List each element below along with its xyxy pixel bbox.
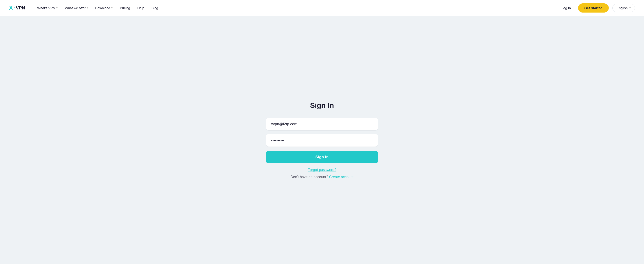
nav-label-blog: Blog bbox=[152, 6, 158, 10]
logo-x: X bbox=[9, 4, 12, 11]
nav-item-help[interactable]: Help bbox=[134, 4, 148, 12]
nav-label-help: Help bbox=[137, 6, 144, 10]
email-input[interactable] bbox=[266, 118, 378, 131]
chevron-down-icon: ▾ bbox=[86, 6, 88, 9]
chevron-down-icon: ▾ bbox=[56, 6, 58, 9]
nav-label-download: Download bbox=[95, 6, 110, 10]
navigation: X·VPN What's VPN ▾ What we offer ▾ Downl… bbox=[0, 0, 644, 16]
chevron-down-icon: ▾ bbox=[630, 6, 631, 9]
nav-actions: Log In Get Started English ▾ bbox=[558, 3, 635, 12]
nav-item-what-we-offer[interactable]: What we offer ▾ bbox=[62, 4, 91, 12]
nav-item-download[interactable]: Download ▾ bbox=[92, 4, 116, 12]
signin-button[interactable]: Sign In bbox=[266, 151, 378, 163]
logo[interactable]: X·VPN bbox=[9, 4, 25, 11]
no-account-text: Don't have an account? Create account bbox=[290, 175, 354, 179]
chevron-down-icon: ▾ bbox=[111, 6, 113, 9]
logo-separator: · bbox=[13, 4, 15, 11]
nav-label-pricing: Pricing bbox=[120, 6, 130, 10]
get-started-button[interactable]: Get Started bbox=[578, 3, 609, 12]
logo-vpn: VPN bbox=[16, 5, 25, 10]
main-content: Sign In Sign In Forgot password? Don't h… bbox=[0, 16, 644, 264]
nav-item-whats-vpn[interactable]: What's VPN ▾ bbox=[34, 4, 61, 12]
signin-title: Sign In bbox=[310, 101, 334, 110]
no-account-label: Don't have an account? bbox=[290, 175, 328, 179]
create-account-link[interactable]: Create account bbox=[329, 175, 354, 179]
language-label: English bbox=[616, 6, 628, 10]
password-input[interactable] bbox=[266, 134, 378, 147]
nav-item-blog[interactable]: Blog bbox=[148, 4, 161, 12]
signin-form: Sign In bbox=[266, 118, 378, 163]
signin-container: Sign In Sign In Forgot password? Don't h… bbox=[266, 101, 378, 179]
language-selector[interactable]: English ▾ bbox=[612, 4, 635, 12]
login-button[interactable]: Log In bbox=[558, 4, 574, 12]
nav-label-whats-vpn: What's VPN bbox=[37, 6, 55, 10]
forgot-password-link[interactable]: Forgot password? bbox=[308, 168, 336, 172]
nav-label-what-we-offer: What we offer bbox=[65, 6, 86, 10]
nav-links: What's VPN ▾ What we offer ▾ Download ▾ … bbox=[34, 4, 558, 12]
nav-item-pricing[interactable]: Pricing bbox=[117, 4, 133, 12]
